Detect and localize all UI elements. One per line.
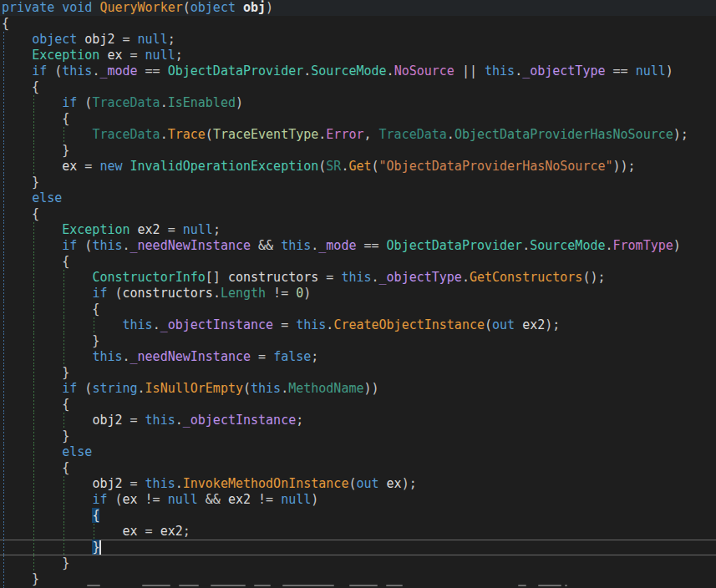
code-token-plain-text: = bbox=[114, 32, 137, 47]
code-line[interactable]: if (TraceData.IsEnabled) bbox=[0, 95, 716, 111]
code-line[interactable]: if (this._needNewInstance && this._mode … bbox=[0, 238, 716, 254]
code-token-plain-text: ( bbox=[77, 381, 92, 396]
code-token-plain-text bbox=[2, 508, 92, 523]
code-token-instance-field: _objectInstance bbox=[183, 413, 296, 428]
code-token-plain-text: . bbox=[303, 63, 311, 79]
code-line[interactable]: { bbox=[0, 460, 716, 476]
code-line[interactable]: else bbox=[0, 444, 716, 460]
code-token-keyword: if bbox=[92, 492, 107, 507]
clipped-glyph-top bbox=[538, 585, 561, 586]
code-line[interactable]: Exception ex = null; bbox=[0, 48, 716, 63]
code-token-plain-text: { bbox=[2, 79, 39, 94]
code-token-plain-text bbox=[2, 492, 92, 507]
code-token-plain-text: = bbox=[160, 222, 183, 237]
code-token-plain-text: && bbox=[198, 492, 228, 507]
code-line[interactable]: { bbox=[0, 16, 716, 32]
code-token-keyword: this bbox=[485, 63, 515, 79]
code-token-plain-text: . bbox=[213, 286, 221, 301]
code-token-property: MethodName bbox=[288, 381, 363, 396]
code-token-plain-text: { bbox=[2, 16, 9, 31]
code-token-keyword: this bbox=[281, 238, 311, 253]
code-line[interactable]: if (constructors.Length != 0) bbox=[0, 286, 716, 302]
code-token-plain-text: = bbox=[123, 413, 145, 428]
code-line[interactable]: Exception ex2 = null; bbox=[0, 222, 716, 238]
code-token-plain-text bbox=[2, 349, 92, 364]
code-line[interactable]: object obj2 = null; bbox=[0, 32, 716, 48]
code-token-local: obj2 bbox=[92, 413, 122, 428]
code-token-local: ex2 bbox=[138, 222, 160, 237]
code-line[interactable]: } bbox=[0, 333, 716, 349]
code-token-keyword: null bbox=[145, 48, 175, 63]
code-token-plain-text bbox=[2, 524, 123, 539]
code-token-method: Get bbox=[348, 159, 371, 174]
code-token-keyword: this bbox=[296, 317, 326, 332]
code-token-enum-type: TraceEventType bbox=[213, 127, 318, 142]
code-token-plain-text: )); bbox=[613, 159, 636, 174]
code-line[interactable]: obj2 = this._objectInstance; bbox=[0, 413, 716, 428]
code-token-keyword: object bbox=[32, 32, 77, 47]
code-token-local: constructors bbox=[228, 270, 318, 285]
code-line[interactable]: { bbox=[0, 302, 716, 317]
code-line[interactable]: } bbox=[0, 555, 716, 571]
code-token-keyword: object bbox=[190, 0, 236, 15]
code-token-plain-text: . bbox=[318, 127, 326, 142]
code-line[interactable]: } bbox=[0, 540, 716, 555]
code-line[interactable]: if (this._mode == ObjectDataProvider.Sou… bbox=[0, 63, 716, 79]
code-token-plain-text bbox=[2, 540, 92, 555]
code-token-instance-field: _needNewInstance bbox=[130, 238, 251, 253]
clipped-glyph-top bbox=[211, 585, 246, 586]
code-line[interactable]: this._needNewInstance = false; bbox=[0, 349, 716, 365]
code-token-plain-text: != bbox=[251, 492, 281, 507]
code-token-local: obj2 bbox=[84, 32, 114, 47]
code-token-plain-text bbox=[130, 222, 138, 237]
code-token-keyword: this bbox=[145, 476, 175, 491]
code-line[interactable]: } bbox=[0, 175, 716, 190]
code-line[interactable]: { bbox=[0, 206, 716, 222]
code-line[interactable]: } bbox=[0, 143, 716, 159]
code-token-type: InvalidOperationException bbox=[130, 159, 319, 174]
code-token-plain-text: ( bbox=[183, 0, 190, 15]
code-token-plain-text: ( bbox=[372, 159, 379, 174]
code-line[interactable]: obj2 = this.InvokeMethodOnInstance(out e… bbox=[0, 476, 716, 492]
code-line[interactable]: { bbox=[0, 508, 716, 524]
code-token-plain-text bbox=[123, 159, 130, 174]
code-token-type: Exception bbox=[32, 48, 99, 63]
code-line[interactable]: { bbox=[0, 254, 716, 270]
code-line[interactable]: if (ex != null && ex2 != null) bbox=[0, 492, 716, 508]
code-token-keyword: false bbox=[273, 349, 311, 364]
code-line[interactable]: } bbox=[0, 428, 716, 444]
clipped-glyph-top bbox=[349, 585, 378, 586]
code-token-plain-text: } bbox=[2, 365, 69, 380]
code-token-keyword: this bbox=[92, 349, 122, 364]
code-token-keyword: private bbox=[2, 0, 54, 15]
code-line[interactable]: ex = new InvalidOperationException(SR.Ge… bbox=[0, 159, 716, 175]
code-token-keyword: out bbox=[356, 476, 378, 491]
code-line[interactable]: private void QueryWorker(object obj) bbox=[0, 0, 716, 16]
code-token-plain-text: { bbox=[2, 460, 69, 475]
code-line[interactable]: } bbox=[0, 365, 716, 381]
code-line[interactable]: { bbox=[0, 397, 716, 413]
code-line[interactable]: TraceData.Trace(TraceEventType.Error, Tr… bbox=[0, 127, 716, 143]
code-token-plain-text bbox=[2, 48, 32, 63]
clipped-glyph-top bbox=[87, 585, 100, 586]
code-line[interactable]: else bbox=[0, 190, 716, 206]
code-token-plain-text: ; bbox=[175, 48, 183, 63]
code-token-keyword: this bbox=[145, 413, 175, 428]
code-token-plain-text bbox=[2, 127, 92, 142]
code-token-local: ex bbox=[107, 48, 122, 63]
code-line[interactable]: ConstructorInfo[] constructors = this._o… bbox=[0, 270, 716, 286]
code-token-plain-text: ) bbox=[666, 63, 673, 79]
code-token-plain-text: = bbox=[318, 270, 341, 285]
code-token-plain-text: = bbox=[273, 317, 296, 332]
code-token-plain-text: . bbox=[522, 238, 530, 253]
code-line[interactable]: this._objectInstance = this.CreateObject… bbox=[0, 317, 716, 333]
code-token-method: InvokeMethodOnInstance bbox=[183, 476, 349, 491]
code-line[interactable]: { bbox=[0, 79, 716, 95]
code-line[interactable]: if (string.IsNullOrEmpty(this.MethodName… bbox=[0, 381, 716, 397]
code-token-instance-field: _needNewInstance bbox=[130, 349, 251, 364]
code-line[interactable]: ex = ex2; bbox=[0, 524, 716, 540]
clipped-glyph-top bbox=[565, 585, 567, 586]
code-line[interactable]: { bbox=[0, 111, 716, 127]
code-token-plain-text: ) bbox=[673, 238, 681, 253]
code-token-local: ex bbox=[62, 159, 77, 174]
